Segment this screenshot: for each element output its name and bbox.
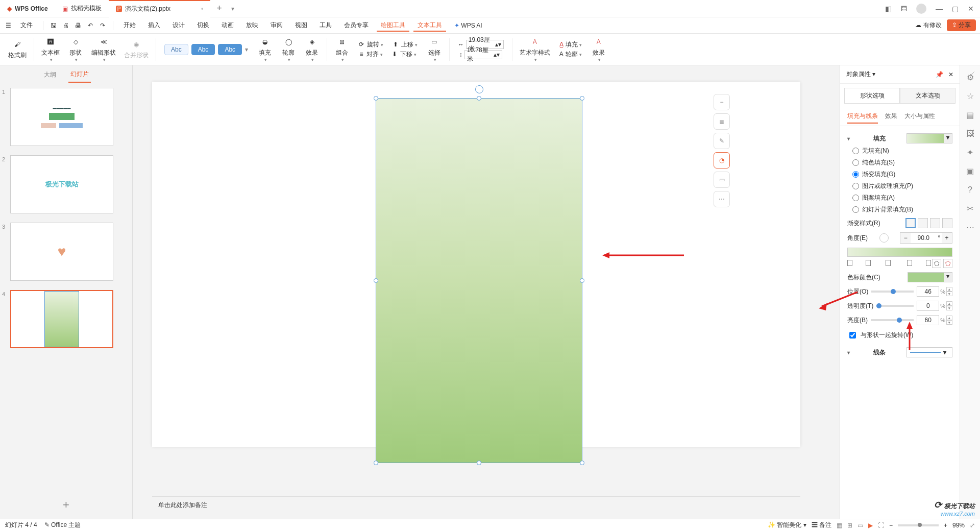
menu-design[interactable]: 设计 [168,19,189,32]
angle-dec[interactable]: − [900,233,911,243]
zoom-in-icon[interactable]: + [944,522,947,529]
status-theme[interactable]: ✎ Office 主题 [44,521,81,529]
style-preset-3[interactable]: Abc [218,44,242,55]
menu-member[interactable]: 会员专享 [340,19,373,32]
resize-handle-se[interactable] [580,461,584,465]
moveup-button[interactable]: 上移 [401,40,418,49]
line-preview-swatch[interactable]: ▾ [906,347,952,357]
gradient-stop-4[interactable] [907,260,912,266]
rotate-handle[interactable] [475,85,483,93]
share-button[interactable]: ⇪ 分享 [947,19,976,31]
float-style-icon[interactable]: ◔ [714,152,730,168]
undo-icon[interactable]: ↶ [86,21,94,30]
thumbnail-4[interactable]: 4 [10,290,122,348]
maximize-icon[interactable]: ▢ [952,5,959,13]
subtab-size[interactable]: 大小与属性 [904,110,935,124]
thumbnail-1[interactable]: 1 ▬▬▬▬▬ [10,88,122,146]
rail-star-icon[interactable]: ☆ [967,91,974,101]
resize-handle-nw[interactable] [374,96,378,101]
outline-button[interactable]: ◯轮廓 [278,35,299,63]
brightness-slider[interactable] [871,319,914,321]
notes-area[interactable]: 单击此处添加备注 [152,496,800,519]
subtab-effect[interactable]: 效果 [885,110,897,124]
print-preview-icon[interactable]: 🖶 [74,21,82,30]
transparency-slider[interactable] [876,305,914,307]
menu-drawtools[interactable]: 绘图工具 [377,19,409,32]
gradient-bar[interactable] [847,248,952,257]
textoutline-button[interactable]: 轮廓 [566,50,582,59]
textbox-button[interactable]: 🅰文本框 [38,35,63,63]
section-line[interactable]: 线条 [873,348,886,357]
resize-handle-ne[interactable] [580,96,584,101]
transparency-input[interactable] [917,301,939,311]
menu-file[interactable]: 文件 [16,19,37,32]
rail-layers-icon[interactable]: ▤ [966,110,974,120]
view-reading-icon[interactable]: ▭ [857,522,863,529]
radio-picture[interactable] [852,183,859,189]
resize-handle-s[interactable] [477,461,481,465]
gallery-more-icon[interactable]: ▾ [245,46,248,53]
section-fill[interactable]: 填充 [873,134,886,143]
hamburger-icon[interactable]: ☰ [4,21,12,30]
remove-stop-icon[interactable]: ⬠ [943,259,952,268]
radio-nofill[interactable] [852,148,859,154]
status-beautify[interactable]: ✨ 智能美化 ▾ [768,521,806,529]
radio-slidebg[interactable] [852,206,859,213]
select-button[interactable]: ▭选择 [424,35,445,63]
outline-tab[interactable]: 大纲 [42,67,58,82]
float-image-icon[interactable]: ▭ [714,172,730,188]
new-tab-button[interactable]: + [210,3,228,14]
align-button[interactable]: 对齐 [366,50,383,59]
zoom-slider[interactable] [898,524,939,526]
float-minus-icon[interactable]: − [714,94,730,110]
gradient-stop-2[interactable] [866,260,871,266]
rail-more-icon[interactable]: ⋯ [966,223,974,232]
rail-image-icon[interactable]: 🖼 [966,129,974,138]
float-layers-icon[interactable]: ≣ [714,113,730,130]
radio-pattern[interactable] [852,195,859,201]
angle-value[interactable] [911,233,936,243]
rail-help-icon[interactable]: ? [968,185,972,195]
shape-button[interactable]: ◇形状 [65,35,86,63]
fill-preview-swatch[interactable]: ▾ [906,133,952,143]
edit-shape-button[interactable]: ≪编辑形状 [88,35,119,63]
format-painter-button[interactable]: 🖌格式刷 [5,38,30,61]
radio-solid[interactable] [852,159,859,166]
position-slider[interactable] [871,291,914,293]
fit-icon[interactable]: ⤢ [970,522,975,529]
effect-button[interactable]: ◈效果 [301,35,323,63]
view-slideshow-icon[interactable]: ▶ [868,522,873,529]
menu-start[interactable]: 开始 [119,19,140,32]
style-preset-2[interactable]: Abc [191,44,215,55]
selected-shape[interactable] [376,98,582,463]
float-brush-icon[interactable]: ✎ [714,133,730,149]
position-input[interactable] [917,286,939,297]
slides-tab[interactable]: 幻灯片 [68,67,91,83]
angle-dial-icon[interactable] [879,233,889,243]
rail-cube-icon[interactable]: ▣ [966,166,974,176]
subtab-fill-line[interactable]: 填充与线条 [847,110,878,124]
tab-wps-office[interactable]: ◆ WPS Office [0,0,55,17]
float-more-icon[interactable]: ⋯ [714,191,730,207]
gradient-style-picker[interactable] [905,218,952,228]
style-preset-1[interactable]: Abc [164,44,188,55]
view-present-icon[interactable]: ⛶ [878,522,884,529]
panel-close-icon[interactable]: ✕ [948,71,953,78]
pin-icon[interactable]: 📌 [936,71,943,78]
textfill-button[interactable]: 填充 [566,40,582,49]
rail-clip-icon[interactable]: ✂ [967,204,973,213]
radio-gradient[interactable] [852,171,859,178]
resize-handle-w[interactable] [374,278,378,283]
resize-handle-sw[interactable] [374,461,378,465]
fill-button[interactable]: ◒填充 [254,35,276,63]
tab-menu-button[interactable]: ▾ [228,5,237,12]
menu-review[interactable]: 审阅 [266,19,287,32]
stop-color-swatch[interactable]: ▾ [908,272,952,282]
menu-view[interactable]: 视图 [291,19,311,32]
thumbnail-2[interactable]: 2 极光下载站 [10,155,122,213]
texteffect-button[interactable]: A效果 [588,35,609,63]
save-icon[interactable]: 🖫 [50,21,58,30]
tab-shape-options[interactable]: 形状选项 [844,88,900,104]
resize-handle-n[interactable] [477,96,481,101]
add-slide-button[interactable]: + [0,491,132,519]
